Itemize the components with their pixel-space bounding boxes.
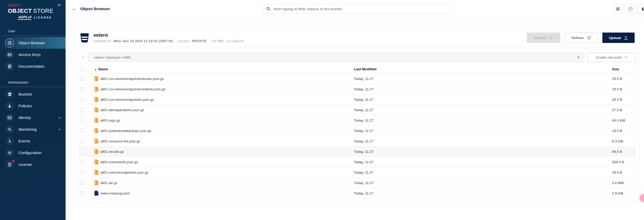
table-row[interactable]: velero-backup.jsonToday, 11:272.9 KiB [78, 188, 636, 198]
size-column-header[interactable]: Size [612, 67, 619, 71]
archive-file-icon [94, 128, 98, 133]
sidebar-item-label: Documentation [18, 64, 44, 68]
bucket-name: velero [93, 33, 244, 38]
object-name[interactable]: all01-volumeinfo.json.gz [100, 160, 138, 164]
table-row[interactable]: all01-volumeinfo.json.gzToday, 11:27558.… [78, 157, 636, 167]
table-row[interactable]: all01-logs.gzToday, 11:2745.3 KiB [78, 115, 636, 125]
sidebar-item-license[interactable]: License [0, 159, 66, 170]
table-row[interactable]: all01.tar.gzToday, 11:273.8 MiB [78, 178, 636, 188]
table-row[interactable]: all01-itemoperations.json.gzToday, 11:27… [78, 105, 636, 115]
sidebar-item-configuration[interactable]: Configuration [0, 147, 66, 159]
row-checkbox[interactable] [80, 87, 85, 91]
refresh-button[interactable]: Refresh [565, 33, 598, 43]
main-area: ← Object Browser [66, 0, 644, 220]
access-value: PRIVATE [192, 39, 207, 43]
object-name[interactable]: all01-podvolumebackups.json.gz [100, 129, 151, 133]
row-checkbox[interactable] [80, 170, 85, 174]
upload-button[interactable]: Upload [602, 33, 635, 43]
table-row[interactable]: all01-csi-volumesnapshotcontents.json.gz… [78, 84, 636, 94]
copy-path-button[interactable] [574, 54, 583, 61]
gear-icon [615, 6, 621, 12]
sidebar-section: AdministratorBucketsPoliciesIdentityMoni… [0, 78, 66, 170]
object-size: 29.0 B [612, 129, 622, 133]
collapse-sidebar-icon[interactable] [57, 2, 62, 8]
row-checkbox[interactable] [80, 181, 85, 185]
row-checkbox[interactable] [80, 108, 85, 112]
search-icon [266, 7, 271, 11]
row-checkbox[interactable] [80, 97, 85, 102]
create-new-path-button[interactable]: Create new path [588, 53, 636, 62]
select-all-checkbox[interactable] [80, 67, 85, 71]
name-column-header[interactable]: ▲Name [94, 67, 108, 71]
table-row[interactable]: all01-results.gzToday, 11:2749.0 B [78, 146, 636, 157]
product-name: OBJECTSTORE [8, 8, 61, 14]
object-last-modified: Today, 11:27 [354, 118, 373, 122]
sidebar-item-documentation[interactable]: Documentation [0, 60, 66, 72]
settings-button[interactable] [612, 4, 623, 14]
upload-icon [624, 36, 628, 40]
archive-file-icon [94, 86, 98, 91]
row-checkbox[interactable] [80, 77, 85, 81]
archive-file-icon [94, 139, 98, 143]
sidebar-item-monitoring[interactable]: Monitoring [0, 123, 66, 135]
sidebar: MINIO OBJECTSTORE AGPLv3 LICENSE UserObj… [0, 0, 66, 220]
archive-file-icon [94, 107, 98, 112]
object-last-modified: Today, 11:27 [354, 108, 373, 112]
row-checkbox[interactable] [80, 160, 85, 164]
created-value: Wed, Dec 18 2024 11:19:35 (GMT+8) [113, 39, 173, 43]
bucket-summary: 3.8 MiB - 12 Objects [212, 39, 244, 43]
table-row[interactable]: all01-podvolumebackups.json.gzToday, 11:… [78, 125, 636, 136]
archive-file-icon [94, 97, 98, 102]
object-size: 29.0 B [612, 97, 622, 101]
object-name[interactable]: all01-volumesnapshots.json.gz [100, 170, 149, 174]
row-checkbox[interactable] [80, 129, 85, 133]
object-name[interactable]: all01.tar.gz [100, 181, 117, 185]
object-name[interactable]: all01-itemoperations.json.gz [100, 108, 144, 112]
dark-mode-button[interactable] [637, 4, 644, 14]
chevron-left-icon [81, 55, 85, 59]
row-checkbox[interactable] [80, 149, 85, 154]
object-last-modified: Today, 11:27 [354, 139, 373, 143]
object-last-modified: Today, 11:27 [354, 149, 373, 153]
sidebar-item-object-browser[interactable]: Object Browser [0, 37, 66, 49]
modified-column-header[interactable]: Last Modified [354, 67, 377, 71]
table-header-row: ▲Name Last Modified Size [78, 65, 636, 73]
path-back-button[interactable] [79, 53, 88, 62]
table-row[interactable]: all01-csi-volumesnapshots.json.gzToday, … [78, 94, 636, 105]
policies-icon [5, 102, 14, 110]
object-name[interactable]: all01-resource-list.json.gz [100, 139, 140, 143]
object-last-modified: Today, 11:27 [354, 87, 373, 91]
sidebar-section-label: Administrator [0, 78, 66, 87]
object-size: 558.0 B [612, 160, 624, 164]
divider [0, 35, 66, 36]
minio-logo: MINIO [8, 3, 61, 7]
row-checkbox[interactable] [80, 191, 85, 195]
table-row[interactable]: all01-csi-volumesnapshotclasses.json.gzT… [78, 73, 636, 84]
object-browser-icon [5, 39, 14, 47]
sidebar-item-events[interactable]: λEvents [0, 135, 66, 147]
object-name[interactable]: velero-backup.json [100, 191, 130, 195]
object-name[interactable]: all01-csi-volumesnapshots.json.gz [100, 97, 154, 101]
table-row[interactable]: all01-volumesnapshots.json.gzToday, 11:2… [78, 167, 636, 178]
object-name[interactable]: all01-csi-volumesnapshotcontents.json.gz [100, 87, 165, 91]
divider [0, 87, 66, 87]
search-input[interactable] [273, 7, 449, 11]
json-file-icon [94, 191, 98, 196]
sidebar-item-policies[interactable]: Policies [0, 100, 66, 112]
row-checkbox[interactable] [80, 118, 85, 122]
table-row[interactable]: all01-resource-list.json.gzToday, 11:276… [78, 136, 636, 146]
object-name[interactable]: all01-csi-volumesnapshotclasses.json.gz [100, 77, 164, 80]
object-name[interactable]: all01-logs.gz [100, 118, 120, 122]
row-checkbox[interactable] [80, 139, 85, 143]
sidebar-item-identity[interactable]: Identity [0, 112, 66, 123]
sidebar-item-buckets[interactable]: Buckets [0, 88, 66, 100]
object-name[interactable]: all01-results.gz [100, 149, 124, 153]
rewind-button[interactable]: Rewind [527, 33, 560, 43]
back-arrow-icon[interactable]: ← [72, 6, 76, 11]
table-body: all01-csi-volumesnapshotclasses.json.gzT… [78, 73, 636, 198]
create-path-icon [624, 55, 628, 59]
app-window: MINIO OBJECTSTORE AGPLv3 LICENSE UserObj… [0, 0, 644, 220]
archive-file-icon [94, 118, 98, 123]
sidebar-item-access-keys[interactable]: Access Keys [0, 49, 66, 60]
help-button[interactable]: ? [625, 4, 636, 14]
